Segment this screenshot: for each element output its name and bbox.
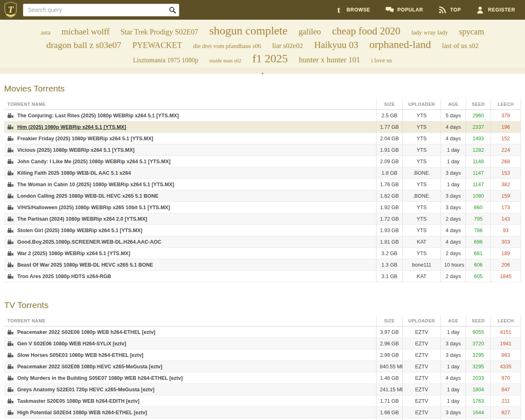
rss-signal-icon	[438, 6, 447, 14]
tv-section-title: TV Torrents	[4, 300, 521, 310]
size-cell: 1.76 GB	[377, 179, 403, 190]
tag-link[interactable]: orphaned-land	[370, 39, 431, 51]
torrent-name-link[interactable]: Only Murders in the Building S05E07 1080…	[17, 375, 183, 381]
uploader-cell: YTS	[403, 225, 441, 236]
topbar: T tBROWSEPOPULARTOPREGISTER	[0, 0, 525, 20]
tag-link[interactable]: cheap food 2020	[332, 25, 400, 37]
tag-cloud-row: Lisztomania 1975 1080pinside man s02f1 2…	[11, 52, 514, 65]
tag-link[interactable]: PYEWACKET	[132, 41, 182, 50]
seed-cell: 696	[466, 236, 491, 248]
tag-link[interactable]: Lisztomania 1975 1080p	[133, 57, 198, 64]
leech-cell: 379	[491, 110, 521, 121]
nav-item-browse[interactable]: tBROWSE	[335, 6, 370, 14]
tag-link[interactable]: last of us s02	[442, 42, 479, 50]
tag-link[interactable]: f1 2025	[252, 52, 288, 65]
size-cell: 2.96 GB	[377, 338, 403, 349]
seed-cell: 2033	[466, 372, 491, 384]
tag-link[interactable]: galileo	[299, 27, 321, 37]
age-cell: 10 hours	[441, 259, 466, 271]
torrent-name-link[interactable]: Peacemaker 2022 S02E08 1080p WEB h264-ET…	[17, 329, 155, 335]
tag-link[interactable]: Star Trek Prodigy S02E07	[121, 28, 199, 37]
torrent-row: Taskmaster S20E05 1080p WEB h264-EDITH […	[4, 395, 521, 407]
torrent-name-link[interactable]: High Potential S02E04 1080p WEB h264-ETH…	[17, 410, 147, 415]
search-button[interactable]	[167, 5, 178, 15]
tag-link[interactable]: die drei vom pfandhaus s06	[193, 43, 261, 50]
age-cell: 3 days	[441, 349, 466, 361]
uploader-cell: EZTV	[403, 326, 441, 338]
tag-link[interactable]: asta	[41, 29, 50, 36]
chat-bubbles-icon	[386, 6, 394, 14]
torrent-name-link[interactable]: The Partisan (2024) 1080p WEBRip x264 2.…	[17, 216, 147, 222]
leech-cell: 1845	[491, 271, 521, 282]
tag-link[interactable]: i love us	[371, 57, 392, 64]
torrent-name-link[interactable]: Killing Faith 2025 1080p WEB-DL AAC 5.1 …	[17, 170, 131, 176]
tag-link[interactable]: lady wray lady	[411, 29, 448, 36]
seed-cell: 1147	[466, 179, 491, 190]
torrent-name-link[interactable]: Beast Of War 2025 1080p WEB-DL HEVC x265…	[17, 262, 153, 268]
torrent-row: Tron Ares 2025 1080p HDTS x264-RGB3.1 GB…	[4, 271, 521, 282]
tag-link[interactable]: michael wolff	[62, 27, 110, 37]
torrent-name-link[interactable]: Peacemaker 2022 S02E08 1080p HEVC x265-M…	[17, 364, 162, 370]
torrent-name-link[interactable]: Gen V S02E06 1080p WEB H264-SYLiX [eztv]	[17, 341, 126, 347]
torrent-name-link[interactable]: London Calling 2025 1080p WEB-DL HEVC x2…	[17, 193, 158, 199]
torrent-name-link[interactable]: Good.Boy.2025.1080p.SCREENER.WEB-DL.H264…	[17, 239, 161, 245]
torrent-name-link[interactable]: War 2 (2025) 1080p WEBRip x264 5.1 [YTS.…	[17, 251, 130, 256]
leech-cell: 153	[491, 167, 521, 179]
torrent-row: Invasion 2021 S03E08 1080p WEB h264-ETHE…	[4, 418, 521, 420]
leech-cell: 189	[491, 248, 521, 259]
torrent-row: John Candy: I Like Me (2025) 1080p WEBRi…	[4, 156, 521, 167]
tag-link[interactable]: inside man s02	[209, 57, 241, 64]
tag-cloud-row: dragon ball z s03e07PYEWACKETdie drei vo…	[11, 39, 514, 51]
size-cell: 1.8 GB	[377, 167, 403, 179]
movie-camera-icon	[7, 262, 14, 267]
uploader-cell: YTS	[403, 156, 441, 167]
movie-camera-icon	[7, 387, 14, 392]
column-header-age: AGE	[441, 315, 466, 326]
torrent-name-link[interactable]: The Woman in Cabin 10 (2025) 1080p WEBRi…	[17, 182, 174, 187]
tag-link[interactable]: spycam	[459, 27, 484, 37]
uploader-cell: EZTV	[403, 418, 441, 420]
torrent-name-link[interactable]: Vicious (2025) 1080p WEBRip x264 5.1 [YT…	[17, 147, 135, 153]
torrent-name-link[interactable]: Slow Horses S05E03 1080p WEB h264-ETHEL …	[17, 352, 144, 358]
tag-cloud-collapse-bar[interactable]: ▲	[0, 68, 525, 74]
tag-link[interactable]: hunter x hunter 101	[299, 55, 360, 64]
tag-cloud: astamichael wolffStar Trek Prodigy S02E0…	[0, 20, 525, 68]
torrent-row: The Woman in Cabin 10 (2025) 1080p WEBRi…	[4, 179, 521, 190]
uploader-cell: YTS	[403, 248, 441, 259]
tag-link[interactable]: dragon ball z s03e07	[46, 40, 121, 50]
torrent-row: The Partisan (2024) 1080p WEBRip x264 2.…	[4, 213, 521, 225]
torrent-name-cell: Only Murders in the Building S05E07 1080…	[4, 372, 377, 384]
nav-item-top[interactable]: TOP	[438, 6, 461, 14]
age-cell: 1 day	[441, 384, 466, 395]
tag-link[interactable]: Haikyuu 03	[314, 40, 358, 50]
tag-link[interactable]: liar s02e02	[272, 42, 303, 50]
torrent-name-cell: Him (2025) 1080p WEBRip x264 5.1 [YTS.MX…	[4, 121, 377, 133]
torrent-name-link[interactable]: Freakier Friday (2025) 1080p WEBRip x264…	[17, 136, 153, 142]
torrent-name-link[interactable]: Greys Anatomy S22E01 720p HEVC x265-MeGu…	[17, 387, 154, 393]
size-cell: 1.81 GB	[377, 236, 403, 248]
torrent-name-link[interactable]: Tron Ares 2025 1080p HDTS x264-RGB	[17, 274, 111, 279]
torrent-row: Gen V S02E06 1080p WEB H264-SYLiX [eztv]…	[4, 338, 521, 349]
nav-item-popular[interactable]: POPULAR	[386, 6, 423, 14]
torrent-name-link[interactable]: Stolen Girl (2025) 1080p WEBRip x264 5.1…	[17, 228, 142, 233]
size-cell: 840.55 MB	[377, 361, 403, 372]
torrent-name-link[interactable]: The Conjuring: Last Rites (2025) 1080p W…	[17, 113, 179, 119]
torrent-name-link[interactable]: V/H/S/Halloween (2025) 1080p WEBRip x265…	[17, 205, 170, 210]
nav-item-register[interactable]: REGISTER	[476, 6, 515, 14]
site-logo[interactable]: T	[3, 2, 18, 18]
torrent-name-link[interactable]: John Candy: I Like Me (2025) 1080p WEBRi…	[17, 159, 171, 164]
movie-camera-icon	[7, 410, 14, 415]
size-cell: 1.72 GB	[377, 213, 403, 225]
column-header-uploader: UPLOADER	[403, 315, 441, 326]
size-cell: 2.99 GB	[377, 349, 403, 361]
torrent-name-link[interactable]: Him (2025) 1080p WEBRip x264 5.1 [YTS.MX…	[17, 124, 126, 130]
torrent-row: Killing Faith 2025 1080p WEB-DL AAC 5.1 …	[4, 167, 521, 179]
torrent-name-link[interactable]: Taskmaster S20E05 1080p WEB h264-EDITH […	[17, 398, 139, 404]
size-cell: 241.15 MB	[377, 384, 403, 395]
column-header-torrent-name: TORRENT NAME	[4, 99, 377, 110]
tag-link[interactable]: shogun complete	[209, 24, 288, 37]
torrent-row: V/H/S/Halloween (2025) 1080p WEBRip x265…	[4, 202, 521, 213]
age-cell: 3 days	[441, 190, 466, 202]
torrent-name-cell: High Potential S02E04 1080p WEB h264-ETH…	[4, 407, 377, 418]
search-input[interactable]	[23, 4, 179, 16]
